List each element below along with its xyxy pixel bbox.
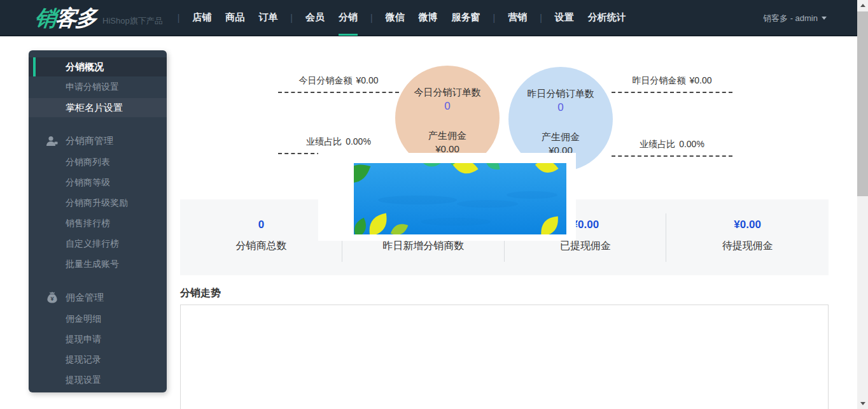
stat-label: 待提现佣金	[722, 240, 773, 253]
menu-separator: |	[284, 13, 298, 23]
label-text: 今日分销金额	[298, 75, 352, 85]
top-navbar: 销客多 HiShop旗下产品 | 店铺 商品 订单 | 会员 分销 | 微信 微…	[0, 0, 857, 36]
sidebar-item-commission-detail[interactable]: 佣金明细	[29, 310, 167, 329]
circle-count: 0	[444, 100, 450, 113]
nav-item-distribution[interactable]: 分销	[332, 0, 365, 36]
label-value: 0.00%	[346, 136, 371, 147]
sidebar-group-label: 分销商管理	[66, 135, 113, 147]
scroll-down-button[interactable]	[857, 398, 868, 409]
stat-pending-commission: ¥0.00 待提现佣金	[666, 199, 829, 275]
trend-chart-area	[180, 305, 829, 409]
scroll-up-icon	[860, 4, 865, 7]
sidebar-item-withdraw-apply[interactable]: 提现申请	[29, 330, 167, 349]
page: 销客多 HiShop旗下产品 | 店铺 商品 订单 | 会员 分销 | 微信 微…	[0, 0, 868, 409]
sidebar: 分销概况 申请分销设置 掌柜名片设置 分销商管理 分销商列表 分销商等级 分销商…	[29, 50, 167, 392]
sidebar-item-upgrade-reward[interactable]: 分销商升级奖励	[29, 194, 167, 213]
svg-text:¥: ¥	[50, 296, 53, 302]
main-menu: | 店铺 商品 订单 | 会员 分销 | 微信 微博 服务窗 | 营销 | 设置…	[172, 0, 633, 36]
ad-banner-image[interactable]	[354, 163, 566, 234]
sidebar-item-label: 销售排行榜	[66, 218, 110, 229]
sidebar-item-label: 分销商列表	[66, 157, 110, 168]
brand-logo-text: 销客多	[34, 7, 97, 29]
sidebar-item-label: 佣金明细	[66, 313, 101, 325]
sidebar-item-label: 掌柜名片设置	[66, 102, 123, 114]
nav-item-goods[interactable]: 商品	[218, 0, 251, 36]
stat-label: 已提现佣金	[560, 240, 611, 253]
sidebar-item-label: 分销商等级	[66, 177, 110, 189]
label-text: 业绩占比	[306, 136, 342, 147]
distributor-person-icon	[45, 134, 59, 147]
stat-label: 分销商总数	[235, 240, 286, 253]
circle-title: 昨日分销订单数	[528, 88, 594, 100]
sidebar-item-sales-ranking[interactable]: 销售排行榜	[29, 214, 167, 233]
menu-separator: |	[534, 13, 548, 23]
circle-title: 今日分销订单数	[414, 87, 481, 99]
sidebar-item-card-settings[interactable]: 掌柜名片设置	[29, 98, 167, 117]
nav-item-marketing[interactable]: 营销	[501, 0, 534, 36]
circle-subtitle: 产生佣金	[428, 130, 466, 142]
nav-item-service-window[interactable]: 服务窗	[445, 0, 487, 36]
nav-item-members[interactable]: 会员	[298, 0, 332, 36]
label-text: 昨日分销金额	[632, 75, 685, 85]
sidebar-item-withdraw-record[interactable]: 提现记录	[29, 350, 167, 370]
yesterday-ratio-label: 业绩占比0.00%	[612, 139, 732, 157]
user-name: 销客多 - admin	[763, 13, 818, 24]
nav-item-orders[interactable]: 订单	[251, 0, 284, 36]
menu-separator: |	[487, 13, 501, 23]
nav-item-shop[interactable]: 店铺	[185, 0, 218, 36]
scroll-down-icon	[860, 402, 865, 405]
label-value: 0.00%	[679, 139, 704, 149]
user-dropdown[interactable]: 销客多 - admin	[763, 0, 827, 36]
sidebar-item-label: 自定义排行榜	[66, 238, 119, 250]
stat-value: 0	[258, 219, 264, 233]
circle-subtitle: 产生佣金	[542, 131, 580, 143]
label-value: ¥0.00	[689, 75, 711, 85]
menu-separator: |	[172, 13, 186, 23]
scrollbar-thumb[interactable]	[857, 11, 868, 196]
sidebar-group-label: 佣金管理	[66, 292, 104, 304]
stat-label: 昨日新增分销商数	[382, 240, 464, 253]
trend-section-title: 分销走势	[180, 287, 221, 300]
sidebar-group-distributor-mgmt[interactable]: 分销商管理	[29, 131, 167, 150]
sidebar-item-custom-ranking[interactable]: 自定义排行榜	[29, 234, 167, 254]
sidebar-item-label: 申请分销设置	[66, 82, 119, 93]
logo-part-green: 销	[34, 6, 57, 30]
stat-value: ¥0.00	[734, 219, 761, 233]
circle-count: 0	[557, 101, 563, 114]
nav-item-wechat[interactable]: 微信	[379, 0, 412, 36]
menu-separator: |	[365, 13, 379, 23]
sidebar-item-distributor-level[interactable]: 分销商等级	[29, 173, 167, 192]
sidebar-item-label: 批量生成账号	[66, 259, 119, 270]
scroll-up-button[interactable]	[857, 0, 868, 11]
nav-item-analytics[interactable]: 分析统计	[581, 0, 633, 36]
vertical-scrollbar[interactable]	[857, 0, 868, 409]
active-indicator-bar	[33, 57, 36, 76]
sidebar-item-batch-accounts[interactable]: 批量生成账号	[29, 255, 167, 274]
brand-subtitle: HiShop旗下产品	[102, 15, 163, 27]
nav-item-settings[interactable]: 设置	[548, 0, 581, 36]
sidebar-item-label: 分销概况	[66, 61, 104, 73]
money-bag-icon: ¥	[45, 291, 59, 304]
yesterday-amount-label: 昨日分销金额¥0.00	[612, 75, 732, 93]
label-value: ¥0.00	[356, 75, 378, 85]
today-ratio-label: 业绩占比0.00%	[278, 136, 399, 154]
nav-item-weibo[interactable]: 微博	[412, 0, 445, 36]
chevron-down-icon	[822, 17, 827, 20]
brand-logo[interactable]: 销客多 HiShop旗下产品	[35, 7, 163, 29]
sidebar-item-label: 分销商升级奖励	[66, 197, 128, 209]
sidebar-item-label: 提现申请	[66, 334, 101, 345]
sidebar-item-overview[interactable]: 分销概况	[29, 57, 167, 76]
sidebar-item-label: 提现记录	[66, 354, 101, 366]
today-amount-label: 今日分销金额¥0.00	[278, 75, 399, 93]
sidebar-item-label: 提现设置	[66, 375, 101, 386]
sidebar-item-withdraw-settings[interactable]: 提现设置	[29, 371, 167, 390]
sidebar-group-commission-mgmt[interactable]: ¥ 佣金管理	[29, 288, 167, 307]
sidebar-item-distributor-list[interactable]: 分销商列表	[29, 153, 167, 172]
floating-ad-panel	[318, 153, 576, 241]
sidebar-item-apply-settings[interactable]: 申请分销设置	[29, 78, 167, 97]
label-text: 业绩占比	[640, 139, 675, 149]
logo-part-white: 客多	[54, 6, 97, 30]
